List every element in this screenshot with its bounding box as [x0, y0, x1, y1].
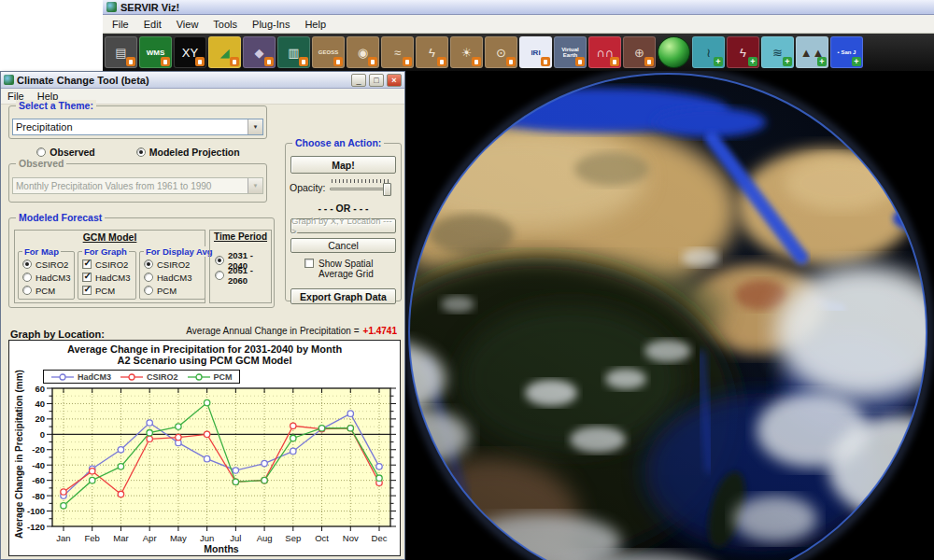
geoss-sun-icon[interactable]: ☀: [450, 36, 483, 68]
mountains-icon[interactable]: ▲▲+: [796, 36, 828, 68]
geoss-icon[interactable]: GEOSS: [312, 36, 345, 68]
layers-icon[interactable]: ▤: [105, 36, 137, 68]
chart-ylabel: Average Change in Precipitation (mm): [14, 366, 24, 543]
checkbox-icon[interactable]: [304, 259, 314, 268]
radio-pcm[interactable]: PCM: [22, 284, 72, 297]
observed-value: Monthly Precipitation Values from 1961 t…: [13, 181, 248, 191]
radio-csiro2[interactable]: CSIRO2: [22, 258, 72, 271]
lock-badge-icon: [403, 57, 412, 66]
choose-action-label: Choose an Action:: [292, 137, 384, 148]
svg-text:Feb: Feb: [85, 533, 100, 543]
map-curve-icon[interactable]: ≀+: [692, 36, 725, 68]
lock-badge-icon: [472, 57, 481, 66]
opacity-slider[interactable]: [330, 179, 391, 196]
graph-by-location-label: Graph by Location:: [10, 329, 105, 340]
menu-file[interactable]: File: [105, 17, 136, 32]
wms-icon[interactable]: WMS: [139, 36, 172, 68]
lock-badge-icon: [644, 57, 654, 66]
svg-text:-40: -40: [32, 460, 45, 470]
export-graph-data-button[interactable]: Export Graph Data: [290, 288, 396, 304]
menu-edit[interactable]: Edit: [136, 17, 169, 32]
svg-text:Sep: Sep: [285, 533, 301, 543]
svg-text:Oct: Oct: [315, 533, 329, 543]
slider-thumb[interactable]: [383, 183, 391, 196]
menu-help[interactable]: Help: [297, 17, 333, 32]
menu-plug-ins[interactable]: Plug-Ins: [245, 17, 297, 32]
geoss-energy-icon[interactable]: ϟ: [416, 36, 448, 68]
lock-badge-icon: [299, 57, 308, 66]
virtual-earth-icon[interactable]: Virtual Earth: [554, 36, 587, 68]
main-titlebar[interactable]: SERVIR Viz!: [103, 0, 934, 15]
svg-text:60: 60: [35, 385, 45, 394]
spatial-average-checkbox[interactable]: Show Spatial Average Grid: [304, 259, 393, 279]
measure-icon[interactable]: ▥: [277, 36, 310, 68]
svg-text:May: May: [170, 533, 187, 543]
radio-pcm[interactable]: PCM: [144, 284, 203, 297]
radio-csiro2[interactable]: CSIRO2: [144, 258, 203, 271]
checkbox-csiro2[interactable]: CSIRO2: [82, 258, 134, 271]
spatial-average-label: Show Spatial Average Grid: [318, 259, 393, 279]
annotation-value: +1.4741: [363, 326, 397, 336]
color-ramp-icon[interactable]: ◢: [208, 36, 241, 68]
time-period-box: Time Period 2031 - 20402051 - 2060: [209, 230, 272, 303]
main-menubar: FileEditViewToolsPlug-InsHelp: [103, 15, 934, 34]
lock-badge-icon: [126, 57, 135, 66]
precipitation-chart: Average Change in Precipitation for 2031…: [8, 340, 401, 556]
theme-combobox[interactable]: Precipitation ▼: [12, 119, 263, 135]
radio-observed[interactable]: Observed: [36, 145, 94, 159]
globe-grid-icon[interactable]: ⊕: [623, 36, 656, 68]
chevron-down-icon[interactable]: ▼: [248, 119, 262, 134]
for-graph-label: For Graph: [82, 246, 129, 257]
checkbox-pcm[interactable]: PCM: [82, 284, 134, 297]
svg-text:-60: -60: [32, 475, 45, 485]
plus-badge-icon: +: [714, 57, 723, 66]
window-title: SERVIR Viz!: [120, 2, 179, 13]
menu-view[interactable]: View: [169, 17, 206, 32]
radio-2051-2060[interactable]: 2051 - 2060: [215, 268, 271, 283]
lock-badge-icon: [230, 57, 239, 66]
or-divider: - - - OR - - -: [286, 203, 401, 214]
chart-plot-area: 6040200-20-40-60-80-100-120JanFebMarAprM…: [9, 385, 402, 556]
svg-text:Months: Months: [204, 543, 238, 554]
for-map-label: For Map: [22, 246, 61, 257]
checkbox-hadcm3[interactable]: HadCM3: [82, 271, 134, 284]
green-sphere-icon[interactable]: [658, 36, 690, 68]
theme-value: Precipitation: [13, 121, 248, 133]
placenames-icon[interactable]: • San J+: [830, 36, 863, 68]
slider-track[interactable]: [330, 188, 391, 190]
theme-group-label: Select a Theme:: [16, 100, 96, 111]
geoss-species-icon[interactable]: ⊙: [485, 36, 517, 68]
iri-icon[interactable]: IRI: [519, 36, 552, 68]
servir-logo-icon: [106, 2, 117, 12]
observed-combobox: Monthly Precipitation Values from 1961 t…: [12, 177, 263, 194]
climate-change-dialog: Climate Change Tool (beta) _ □ × FileHel…: [0, 71, 405, 560]
pushpin-icon[interactable]: ◆: [243, 36, 276, 68]
minimize-button[interactable]: _: [351, 74, 366, 87]
geoss-ocean-icon[interactable]: ≈: [381, 36, 414, 68]
radio-hadcm3[interactable]: HadCM3: [144, 271, 203, 284]
seismic-icon[interactable]: ∩∩: [588, 36, 621, 68]
maximize-button[interactable]: □: [369, 74, 384, 87]
lock-badge-icon: [264, 57, 274, 66]
radio-modeled-projection[interactable]: Modeled Projection: [136, 145, 240, 159]
svg-text:Jul: Jul: [230, 533, 241, 543]
close-button[interactable]: ×: [387, 74, 402, 87]
modeled-forecast-label: Modeled Forecast: [16, 212, 105, 223]
lock-badge-icon: [437, 57, 446, 66]
menu-tools[interactable]: Tools: [205, 17, 245, 32]
map-button[interactable]: Map!: [290, 156, 396, 174]
annual-change-annotation: Average Annual Change in Precipitation =…: [186, 326, 397, 336]
cancel-button[interactable]: Cancel: [290, 238, 396, 253]
radio-hadcm3[interactable]: HadCM3: [22, 271, 72, 284]
flood-icon[interactable]: ≋+: [761, 36, 794, 68]
svg-text:-100: -100: [27, 506, 45, 516]
geoss-water-icon[interactable]: ◉: [347, 36, 379, 68]
gcm-model-box: GCM Model For Map CSIRO2HadCM3PCM For Gr…: [14, 230, 205, 303]
svg-text:Nov: Nov: [343, 533, 359, 543]
for-map-group: For Map CSIRO2HadCM3PCM: [18, 251, 75, 300]
hazard-icon[interactable]: ϟ+: [727, 36, 759, 68]
time-period-header: Time Period: [210, 231, 271, 242]
svg-text:Dec: Dec: [372, 533, 388, 543]
xy-icon[interactable]: XY: [174, 36, 206, 68]
dialog-titlebar[interactable]: Climate Change Tool (beta) _ □ ×: [1, 72, 404, 89]
